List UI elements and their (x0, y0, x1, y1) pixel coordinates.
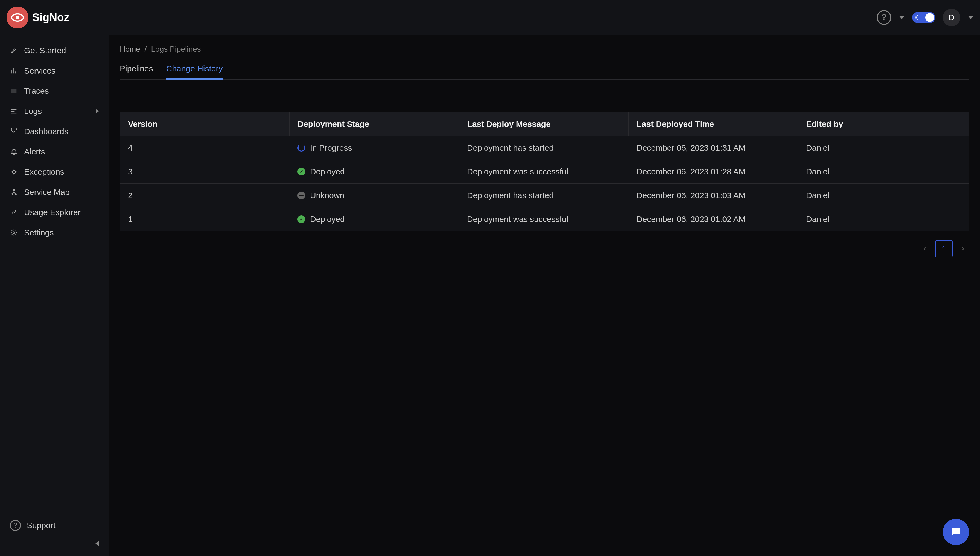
sidebar-item-usage-explorer[interactable]: Usage Explorer (0, 202, 108, 223)
svg-point-1 (16, 16, 19, 19)
chevron-left-icon (95, 541, 99, 546)
stage-label: Deployed (310, 215, 345, 224)
breadcrumb: Home / Logs Pipelines (120, 45, 969, 53)
tabs: Pipelines Change History (120, 60, 969, 79)
cell-message: Deployment has started (459, 184, 628, 207)
pagination: 1 (120, 240, 969, 257)
sidebar-item-traces[interactable]: Traces (0, 81, 108, 101)
breadcrumb-home[interactable]: Home (120, 45, 140, 53)
list-icon (10, 87, 18, 95)
cell-message: Deployment was successful (459, 160, 628, 184)
cell-edited-by: Daniel (798, 136, 969, 160)
change-history-table: Version Deployment Stage Last Deploy Mes… (120, 112, 969, 231)
chevron-right-icon (960, 246, 966, 252)
pagination-page-1[interactable]: 1 (935, 240, 953, 257)
check-circle-icon: ✓ (298, 168, 305, 176)
pagination-next[interactable] (957, 243, 969, 255)
cell-time: December 06, 2023 01:03 AM (628, 184, 798, 207)
cell-edited-by: Daniel (798, 184, 969, 207)
svg-point-6 (13, 232, 15, 234)
gauge-icon (10, 128, 18, 136)
main-content: Home / Logs Pipelines Pipelines Change H… (109, 35, 980, 556)
table-row[interactable]: 3✓DeployedDeployment was successfulDecem… (120, 160, 969, 184)
chat-fab[interactable] (943, 519, 969, 545)
logo-icon (6, 6, 28, 28)
sidebar-item-exceptions[interactable]: Exceptions (0, 162, 108, 182)
chart-icon (10, 208, 18, 217)
brand-name: SigNoz (32, 11, 70, 24)
sidebar-item-support[interactable]: ? Support (0, 514, 108, 536)
sidebar-collapse-button[interactable] (0, 536, 108, 551)
sidebar-item-label: Settings (24, 228, 53, 237)
theme-toggle[interactable]: ☾ (912, 12, 935, 23)
cell-version: 3 (120, 160, 289, 184)
sidebar: Get Started Services Traces Logs Dashboa… (0, 35, 109, 556)
chevron-left-icon (922, 246, 928, 252)
user-avatar[interactable]: D (943, 9, 960, 26)
tab-change-history[interactable]: Change History (166, 60, 223, 79)
help-dropdown-caret-icon[interactable] (899, 16, 904, 19)
breadcrumb-sep: / (145, 45, 147, 53)
help-button[interactable]: ? (877, 10, 891, 25)
cell-message: Deployment has started (459, 136, 628, 160)
minus-circle-icon (298, 192, 305, 199)
svg-point-3 (13, 189, 15, 191)
col-message[interactable]: Last Deploy Message (459, 112, 628, 136)
col-edited-by[interactable]: Edited by (798, 112, 969, 136)
cell-stage: ✓Deployed (289, 160, 459, 184)
rocket-icon (10, 47, 18, 55)
spinner-icon (298, 144, 305, 152)
stage-label: Deployed (310, 167, 345, 176)
sidebar-item-services[interactable]: Services (0, 61, 108, 81)
sidebar-item-label: Logs (24, 107, 42, 116)
table-row[interactable]: 4In ProgressDeployment has startedDecemb… (120, 136, 969, 160)
sidebar-item-label: Exceptions (24, 167, 64, 176)
cell-message: Deployment was successful (459, 207, 628, 231)
sidebar-item-alerts[interactable]: Alerts (0, 142, 108, 162)
sidebar-item-label: Alerts (24, 147, 45, 156)
sidebar-item-settings[interactable]: Settings (0, 223, 108, 243)
bug-icon (10, 168, 18, 176)
user-dropdown-caret-icon[interactable] (968, 16, 974, 19)
cell-time: December 06, 2023 01:31 AM (628, 136, 798, 160)
brand-logo-wrap[interactable]: SigNoz (6, 6, 70, 28)
table-header-row: Version Deployment Stage Last Deploy Mes… (120, 112, 969, 136)
sidebar-item-label: Get Started (24, 46, 66, 55)
cell-version: 4 (120, 136, 289, 160)
sidebar-item-get-started[interactable]: Get Started (0, 40, 108, 61)
align-icon (10, 107, 18, 115)
chevron-right-icon (96, 109, 99, 113)
sidebar-item-label: Service Map (24, 187, 70, 197)
cell-edited-by: Daniel (798, 207, 969, 231)
bars-icon (10, 67, 18, 75)
cell-version: 2 (120, 184, 289, 207)
check-circle-icon: ✓ (298, 215, 305, 223)
table-row[interactable]: 2UnknownDeployment has startedDecember 0… (120, 184, 969, 207)
sidebar-item-dashboards[interactable]: Dashboards (0, 121, 108, 142)
sidebar-item-label: Dashboards (24, 127, 68, 136)
topbar: SigNoz ? ☾ D (0, 0, 980, 35)
col-version[interactable]: Version (120, 112, 289, 136)
table-row[interactable]: 1✓DeployedDeployment was successfulDecem… (120, 207, 969, 231)
cell-stage: ✓Deployed (289, 207, 459, 231)
toggle-knob (925, 13, 934, 22)
moon-icon: ☾ (915, 14, 920, 21)
sidebar-item-logs[interactable]: Logs (0, 101, 108, 121)
sidebar-item-label: Usage Explorer (24, 208, 81, 217)
cell-time: December 06, 2023 01:02 AM (628, 207, 798, 231)
breadcrumb-current: Logs Pipelines (151, 45, 201, 53)
svg-point-4 (11, 194, 13, 195)
sidebar-item-service-map[interactable]: Service Map (0, 182, 108, 202)
sidebar-item-label: Traces (24, 86, 49, 96)
svg-point-2 (12, 170, 16, 174)
topbar-right: ? ☾ D (877, 9, 974, 26)
col-time[interactable]: Last Deployed Time (628, 112, 798, 136)
tab-pipelines[interactable]: Pipelines (120, 60, 153, 79)
col-stage[interactable]: Deployment Stage (289, 112, 459, 136)
gear-icon (10, 228, 18, 237)
network-icon (10, 188, 18, 196)
stage-label: In Progress (310, 143, 352, 152)
pagination-prev[interactable] (919, 243, 931, 255)
stage-label: Unknown (310, 191, 344, 200)
support-icon: ? (10, 520, 21, 531)
